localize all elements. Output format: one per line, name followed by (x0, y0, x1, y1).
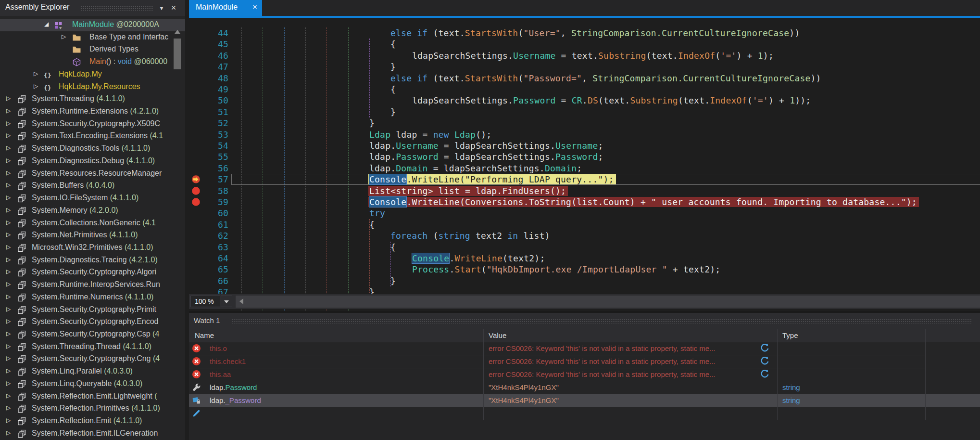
expand-icon[interactable]: ▷ (6, 268, 11, 275)
expand-icon[interactable]: ▷ (6, 181, 11, 188)
watch-column-header-spare (925, 329, 980, 342)
tree-item[interactable]: ▷System.Runtime.Numerics (4.1.1.0) (0, 291, 185, 304)
tree-item[interactable]: ▷System.Runtime.InteropServices.Run (0, 279, 185, 291)
tree-item[interactable]: ▷System.Reflection.Primitives (4.1.1.0) (0, 402, 185, 415)
expand-icon[interactable]: ▷ (6, 244, 11, 250)
expand-icon[interactable]: ▷ (6, 95, 11, 102)
tree-item[interactable]: ▷System.Reflection.Emit.ILGeneration (0, 427, 185, 440)
refresh-icon[interactable] (760, 369, 769, 378)
tree-item[interactable]: ▷System.Resources.ResourceManager (0, 168, 185, 180)
expand-icon[interactable]: ▷ (62, 33, 66, 40)
tree-item[interactable]: ▷System.IO.FileSystem (4.1.1.0) (0, 192, 185, 205)
svg-text:{}: {} (44, 84, 51, 91)
tree-item[interactable]: ▷System.Threading.Thread (4.1.1.0) (0, 341, 185, 353)
refresh-icon[interactable] (760, 356, 769, 365)
tree-item[interactable]: Main() : void @060000 (0, 56, 185, 68)
watch-row[interactable]: ldap.Password"XtH4nkS4Pl4y1nGX"string (189, 381, 980, 394)
expand-icon[interactable]: ▷ (6, 120, 11, 127)
expand-icon[interactable]: ▷ (6, 144, 11, 151)
expand-icon[interactable]: ▷ (6, 380, 11, 387)
panel-close-icon[interactable]: × (168, 1, 179, 14)
tree-item[interactable]: ▷{}HqkLdap.My.Resources (0, 81, 185, 93)
assembly-tree[interactable]: ◢♥MainModule @0200000A▷Base Type and Int… (0, 18, 185, 440)
refresh-icon[interactable] (760, 343, 769, 352)
expand-icon[interactable]: ▷ (6, 107, 11, 114)
code-line: 58List<string> list = ldap.FindUsers(); (189, 185, 980, 196)
expand-icon[interactable]: ▷ (34, 70, 38, 77)
expand-icon[interactable]: ▷ (6, 293, 11, 300)
tree-item[interactable]: ▷System.Security.Cryptography.X509C (0, 118, 185, 130)
panel-menu-chevron-icon[interactable]: ▼ (156, 1, 167, 14)
watch-column-header-name[interactable]: Name (189, 329, 483, 342)
assembly-explorer-titlebar[interactable]: Assembly Explorer ▼ × (0, 0, 185, 16)
expand-icon[interactable]: ▷ (6, 318, 11, 324)
watch-column-header-value[interactable]: Value (483, 329, 777, 342)
tree-item[interactable]: ▷System.Net.Primitives (4.1.1.0) (0, 229, 185, 242)
tree-item[interactable]: ▷System.Memory (4.2.0.0) (0, 205, 185, 217)
watch-titlebar[interactable]: Watch 1 (189, 313, 980, 329)
tree-item[interactable]: ▷System.Reflection.Emit (4.1.1.0) (0, 415, 185, 427)
expand-icon[interactable]: ▷ (6, 132, 11, 139)
tree-item[interactable]: ▷System.Security.Cryptography.Algori (0, 266, 185, 279)
tree-item[interactable]: ▷System.Security.Cryptography.Csp (4 (0, 328, 185, 341)
assembly-icon (17, 392, 26, 401)
watch-row[interactable]: this.oerror CS0026: Keyword 'this' is no… (189, 342, 980, 355)
expand-icon[interactable]: ▷ (34, 83, 38, 90)
tree-item[interactable]: ▷System.Security.Cryptography.Cng (4 (0, 353, 185, 365)
tree-item[interactable]: Derived Types (0, 43, 185, 56)
tree-item[interactable]: ▷System.Security.Cryptography.Encod (0, 316, 185, 328)
expand-icon[interactable]: ▷ (6, 429, 11, 436)
expand-icon[interactable]: ▷ (6, 417, 11, 424)
expand-icon[interactable]: ▷ (6, 256, 11, 263)
expand-icon[interactable]: ▷ (6, 169, 11, 176)
zoom-level-combo[interactable]: 100 % (190, 296, 220, 307)
tree-item[interactable]: ▷System.Security.Cryptography.Primit (0, 304, 185, 316)
tree-item[interactable]: ◢♥MainModule @0200000A (0, 19, 185, 31)
tree-item[interactable]: ▷System.Diagnostics.Tools (4.1.1.0) (0, 142, 185, 155)
tab-mainmodule[interactable]: MainModule × (189, 0, 262, 16)
expand-icon[interactable]: ▷ (6, 281, 11, 287)
tree-item[interactable]: ▷System.Linq.Parallel (4.0.3.0) (0, 365, 185, 378)
tree-item[interactable]: ▷System.Threading (4.1.1.0) (0, 93, 185, 105)
expand-icon[interactable]: ▷ (6, 157, 11, 164)
collapse-icon[interactable]: ◢ (44, 21, 49, 27)
tree-item[interactable]: ▷System.Runtime.Extensions (4.2.1.0) (0, 105, 185, 118)
watch-value-cell: error CS0026: Keyword 'this' is not vali… (489, 355, 757, 368)
code-line: 57Console.WriteLine("Performing LDAP que… (189, 174, 980, 185)
tree-item[interactable]: ▷System.Diagnostics.Tracing (4.2.1.0) (0, 254, 185, 267)
tree-scrollbar-thumb[interactable] (174, 39, 181, 69)
expand-icon[interactable]: ▷ (6, 367, 11, 374)
watch-row[interactable]: this.check1error CS0026: Keyword 'this' … (189, 355, 980, 368)
tree-item[interactable]: ▷System.Reflection.Emit.Lightweight ( (0, 390, 185, 403)
scroll-left-icon[interactable] (239, 298, 243, 304)
code-text: ldap.Domain = ldapSearchSettings.Domain; (369, 163, 582, 174)
tree-item[interactable]: ▷Microsoft.Win32.Primitives (4.1.1.0) (0, 242, 185, 254)
tree-item[interactable]: ▷Base Type and Interfac (0, 31, 185, 44)
expand-icon[interactable]: ▷ (6, 306, 11, 312)
tree-item[interactable]: ▷System.Buffers (4.0.4.0) (0, 180, 185, 192)
watch-row[interactable]: this.aaerror CS0026: Keyword 'this' is n… (189, 368, 980, 381)
tree-item[interactable]: ▷System.Linq.Queryable (4.0.3.0) (0, 378, 185, 390)
tree-item[interactable]: ▷System.Diagnostics.Debug (4.1.1.0) (0, 155, 185, 168)
watch-row[interactable] (189, 407, 980, 420)
tab-close-icon[interactable]: × (252, 2, 257, 12)
expand-icon[interactable]: ▷ (6, 207, 11, 213)
tree-item[interactable]: ▷System.Text.Encoding.Extensions (4.1 (0, 130, 185, 142)
watch-column-header-type[interactable]: Type (777, 329, 925, 342)
expand-icon[interactable]: ▷ (6, 219, 11, 226)
tree-item[interactable]: ▷System.Collections.NonGeneric (4.1 (0, 217, 185, 230)
expand-icon[interactable]: ▷ (6, 231, 11, 238)
watch-row[interactable]: ldap._Password"XtH4nkS4Pl4y1nGX"string (189, 394, 980, 407)
code-editor[interactable]: 44else if (text.StartsWith("User=", Stri… (189, 18, 980, 312)
error-icon (192, 344, 201, 353)
expand-icon[interactable]: ▷ (6, 194, 11, 201)
expand-icon[interactable]: ▷ (6, 330, 11, 337)
zoom-dropdown-icon[interactable] (221, 296, 232, 307)
tree-item[interactable]: ▷{}HqkLdap.My (0, 68, 185, 81)
tree-scroll-up-button[interactable] (172, 27, 183, 37)
expand-icon[interactable]: ▷ (6, 392, 11, 399)
expand-icon[interactable]: ▷ (6, 404, 11, 411)
expand-icon[interactable]: ▷ (6, 343, 11, 349)
horizontal-scrollbar[interactable] (236, 296, 980, 308)
expand-icon[interactable]: ▷ (6, 355, 11, 362)
